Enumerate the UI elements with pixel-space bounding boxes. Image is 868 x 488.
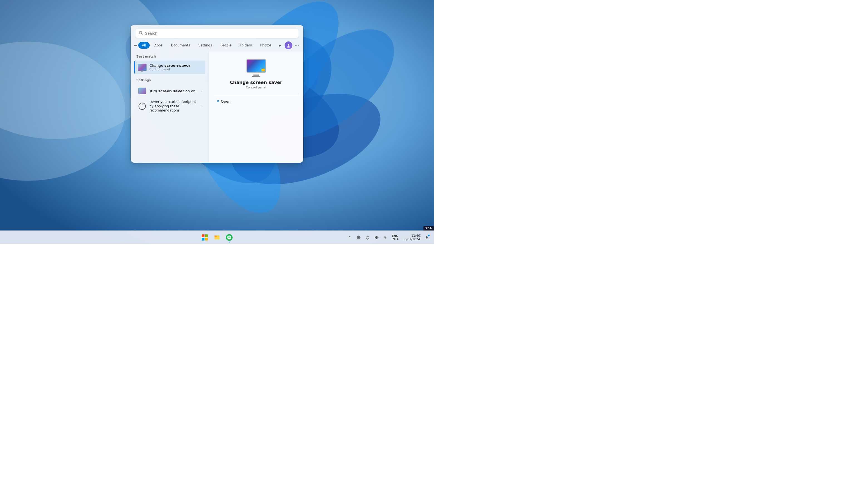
monitor-preview <box>247 59 266 74</box>
taskbar: ⌃ <box>0 230 434 244</box>
best-match-label: Best match <box>134 54 205 60</box>
network-icon[interactable] <box>381 234 389 241</box>
desktop: screen sav ← All Apps Documents Settings… <box>0 0 434 244</box>
result-app-icon <box>138 63 147 72</box>
search-icon <box>139 31 143 36</box>
clock-area[interactable]: 11:40 30/07/2024 <box>401 233 422 241</box>
open-button-label: Open <box>221 99 230 103</box>
monitor-screen <box>247 59 266 72</box>
best-match-subtitle: Control panel <box>149 68 203 71</box>
settings-item2-label: Lower your carbon footprint by applying … <box>149 100 196 112</box>
play-button[interactable]: ▶ <box>276 41 284 49</box>
preview-app-subtitle: Control panel <box>246 86 267 89</box>
settings-item1-highlight: screen saver <box>158 89 184 93</box>
svg-line-14 <box>142 34 143 35</box>
settings-screensaver-title: Turn screen saver on or off <box>149 89 199 93</box>
search-content: Best match Change screen saver Control p… <box>131 52 303 163</box>
tab-documents[interactable]: Documents <box>167 42 194 48</box>
notifications-icon[interactable] <box>364 234 371 241</box>
search-input[interactable]: screen sav <box>145 31 295 36</box>
preview-app-title: Change screen saver <box>230 80 282 85</box>
svg-rect-19 <box>215 235 217 237</box>
file-explorer-button[interactable] <box>211 232 223 243</box>
tab-photos[interactable]: Photos <box>256 42 275 48</box>
svg-marker-21 <box>375 236 377 239</box>
settings-item-carbon[interactable]: Lower your carbon footprint by applying … <box>134 98 205 115</box>
settings-item1-suffix: on or off <box>184 89 198 93</box>
preview-icon <box>245 57 267 76</box>
settings-label: Settings <box>134 77 205 83</box>
user-avatar[interactable] <box>285 41 292 49</box>
settings-screensaver-icon <box>138 87 147 95</box>
language-secondary: INTL <box>392 237 398 240</box>
svg-point-15 <box>288 44 289 45</box>
tab-apps[interactable]: Apps <box>151 42 166 48</box>
tab-settings[interactable]: Settings <box>195 42 216 48</box>
best-match-title-highlight: screen saver <box>164 63 190 68</box>
system-date: 30/07/2024 <box>403 237 420 241</box>
tab-all[interactable]: All <box>138 42 150 48</box>
notification-bell-icon[interactable] <box>423 234 431 241</box>
language-primary: ENG <box>392 234 398 237</box>
settings-carbon-icon <box>138 102 147 111</box>
taskbar-center <box>199 232 235 243</box>
open-icon: ⧉ <box>217 99 219 103</box>
best-match-title-prefix: Change <box>149 63 164 68</box>
monitor-base <box>252 76 260 77</box>
settings-item1-arrow: › <box>202 89 203 93</box>
system-time: 11:40 <box>411 234 420 237</box>
left-panel: Best match Change screen saver Control p… <box>131 52 209 163</box>
xda-logo: XDA <box>424 226 434 230</box>
search-window: screen sav ← All Apps Documents Settings… <box>131 25 303 163</box>
settings-item2-arrow: › <box>202 104 203 108</box>
weather-icon[interactable] <box>355 234 363 241</box>
tab-people[interactable]: People <box>217 42 235 48</box>
settings-item1-prefix: Turn <box>149 89 158 93</box>
start-button[interactable] <box>199 232 210 243</box>
filter-tabs: ← All Apps Documents Settings People Fol… <box>131 40 303 52</box>
file-explorer-icon <box>214 234 220 240</box>
language-selector[interactable]: ENG INTL <box>390 234 400 241</box>
right-panel: Change screen saver Control panel ⧉ Open <box>209 52 303 163</box>
show-hidden-icons-button[interactable]: ⌃ <box>346 234 353 241</box>
best-match-title: Change screen saver <box>149 63 203 68</box>
search-bar-area: screen sav <box>131 25 303 40</box>
tab-folders[interactable]: Folders <box>236 42 255 48</box>
svg-point-16 <box>287 46 290 47</box>
notification-badge <box>428 235 430 236</box>
filter-more-area: ▶ ⋯ <box>276 41 301 49</box>
volume-icon[interactable] <box>373 234 380 241</box>
open-button[interactable]: ⧉ Open <box>213 97 299 105</box>
windows-logo-icon <box>202 234 208 240</box>
search-input-wrap[interactable]: screen sav <box>135 28 299 38</box>
preview-divider <box>213 94 299 94</box>
settings-screensaver-text: Turn screen saver on or off <box>149 89 199 93</box>
settings-item-screensaver[interactable]: Turn screen saver on or off › <box>134 84 205 98</box>
best-match-item[interactable]: Change screen saver Control panel <box>134 61 205 74</box>
settings-carbon-title: Lower your carbon footprint by applying … <box>149 100 199 113</box>
svg-rect-18 <box>215 236 219 239</box>
spotify-button[interactable] <box>224 232 235 243</box>
best-match-text: Change screen saver Control panel <box>149 63 203 71</box>
spotify-icon <box>226 234 232 241</box>
taskbar-right: ⌃ <box>346 233 431 241</box>
back-button[interactable]: ← <box>134 41 137 49</box>
settings-carbon-text: Lower your carbon footprint by applying … <box>149 100 199 113</box>
more-options-button[interactable]: ⋯ <box>293 41 301 49</box>
